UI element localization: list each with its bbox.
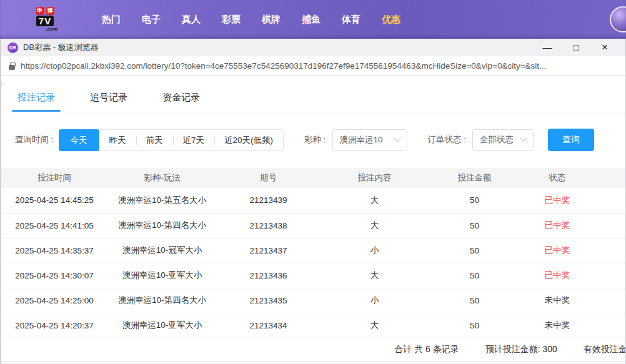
- maximize-icon[interactable]: □: [562, 39, 590, 56]
- cell-game-play: 澳洲幸运10-亚军大小: [107, 313, 217, 338]
- cell-issue: 21213439: [217, 188, 320, 213]
- col-issue: 期号: [217, 168, 320, 188]
- chevron-down-icon: [394, 135, 400, 142]
- cell-status: 已中奖: [520, 238, 595, 263]
- time-filter-option[interactable]: 近7天: [173, 130, 215, 150]
- order-status-select[interactable]: 全部状态: [472, 129, 534, 151]
- logo-domain: .com: [46, 26, 57, 32]
- logo-badges: 申 博: [36, 7, 54, 15]
- table-row: 2025-04-25 14:45:25 澳洲幸运10-第五名大小 2121343…: [1, 188, 625, 213]
- cell-bet-content: 小: [320, 288, 429, 313]
- cell-bet-time: 2025-04-25 14:41:05: [1, 213, 107, 238]
- chevron-down-icon: [520, 135, 527, 142]
- cell-issue: 21213435: [217, 288, 320, 313]
- nav-item[interactable]: 体育: [331, 14, 371, 26]
- cell-bet-amount: 50: [429, 263, 520, 288]
- time-filter-option[interactable]: 近20天(低频): [214, 130, 283, 150]
- order-status-value: 全部状态: [480, 134, 514, 145]
- nav-item[interactable]: 优惠: [371, 14, 411, 26]
- cell-bet-amount: 50: [429, 188, 520, 213]
- table-row: 2025-04-25 14:20:37 澳洲幸运10-亚军大小 21213434…: [1, 313, 625, 338]
- cell-issue: 21213438: [217, 213, 320, 238]
- col-status: 状态: [520, 168, 595, 188]
- bet-records-table: 投注时间 彩种-玩法 期号 投注内容 投注金额 状态 2025-04-25 14…: [1, 168, 625, 338]
- table-row: 2025-04-25 14:30:07 澳洲幸运10-亚军大小 21213436…: [1, 263, 625, 288]
- cell-bet-time: 2025-04-25 14:25:00: [1, 288, 107, 313]
- minimize-icon[interactable]: —: [533, 39, 562, 56]
- footer-expected-amount: 预计投注金额: 300: [485, 344, 557, 355]
- col-bet-content: 投注内容: [320, 168, 429, 188]
- cell-bet-amount: 50: [429, 288, 520, 313]
- cell-bet-content: 大: [320, 188, 429, 213]
- status-filter-label: 订单状态 :: [428, 134, 467, 145]
- window-controls: — □ ×: [533, 39, 619, 56]
- cell-game-play: 澳洲幸运10-第四名大小: [107, 288, 217, 313]
- close-icon[interactable]: ×: [590, 39, 619, 56]
- col-bet-time: 投注时间: [1, 168, 107, 188]
- cell-bet-amount: 50: [429, 238, 520, 263]
- site-navbar: 申 博 7V .com 热门 电子 真人 彩票 棋牌 捕鱼 体育 优惠: [0, 0, 626, 39]
- cell-status: 已中奖: [520, 188, 595, 213]
- browser-window: DB DB彩票 - 极速浏览器 — □ × https://ctop02pcal…: [0, 39, 626, 364]
- url-text[interactable]: https://ctop02pcali.2kbxi392.com/lottery…: [21, 61, 546, 71]
- cell-status: 未中奖: [520, 313, 595, 338]
- cell-game-play: 澳洲幸运10-亚军大小: [107, 263, 217, 288]
- logo-badge-shen: 申: [36, 7, 44, 15]
- lottery-select[interactable]: 澳洲幸运10: [332, 129, 407, 151]
- cell-bet-time: 2025-04-25 14:30:07: [1, 263, 107, 288]
- cell-issue: 21213436: [217, 263, 320, 288]
- nav-menu: 热门 电子 真人 彩票 棋牌 捕鱼 体育 优惠: [91, 14, 411, 26]
- records-card: 投注记录 追号记录 资金记录 查询时间 : 今天 昨天 前天: [1, 82, 625, 363]
- nav-item[interactable]: 真人: [171, 14, 211, 26]
- cell-bet-time: 2025-04-25 14:35:37: [1, 238, 107, 263]
- col-filler: [595, 168, 625, 188]
- footer-valid-amount: 有效投注金额: 300: [584, 344, 625, 355]
- time-filter-option[interactable]: 今天: [59, 129, 99, 151]
- nav-item[interactable]: 电子: [131, 14, 171, 26]
- cell-game-play: 澳洲幸运10-第四名大小: [107, 213, 217, 238]
- footer-total: 合计 共 6 条记录: [394, 344, 459, 355]
- time-filter-option[interactable]: 前天: [136, 130, 173, 150]
- time-filter-option[interactable]: 昨天: [99, 130, 136, 150]
- tab[interactable]: 追号记录: [87, 82, 130, 112]
- lottery-filter-label: 彩种 :: [304, 134, 326, 145]
- logo-badge-bo: 博: [46, 7, 54, 15]
- query-button[interactable]: 查询: [548, 129, 594, 151]
- nav-item[interactable]: 彩票: [211, 14, 251, 26]
- cell-filler: [595, 313, 625, 338]
- browser-titlebar: DB DB彩票 - 极速浏览器 — □ ×: [1, 39, 625, 56]
- col-game-play: 彩种-玩法: [107, 168, 217, 188]
- lottery-select-value: 澳洲幸运10: [340, 134, 383, 145]
- cell-filler: [595, 238, 625, 263]
- time-filter-group: 今天 昨天 前天 近7天 近20天(低频): [59, 129, 284, 151]
- cell-game-play: 澳洲幸运10-冠军大小: [107, 238, 217, 263]
- cell-status: 未中奖: [520, 288, 595, 313]
- address-bar[interactable]: https://ctop02pcali.2kbxi392.com/lottery…: [1, 56, 625, 76]
- col-bet-amount: 投注金额: [429, 168, 520, 188]
- cell-filler: [595, 188, 625, 213]
- time-filter-label: 查询时间 :: [15, 134, 54, 145]
- lock-icon: [9, 65, 15, 70]
- window-title: DB彩票 - 极速浏览器: [23, 42, 99, 53]
- tab[interactable]: 投注记录: [15, 82, 57, 112]
- page-content: 投注记录 追号记录 资金记录 查询时间 : 今天 昨天 前天: [1, 82, 625, 364]
- table-row: 2025-04-25 14:25:00 澳洲幸运10-第四名大小 2121343…: [1, 288, 625, 313]
- table-row: 2025-04-25 14:41:05 澳洲幸运10-第四名大小 2121343…: [1, 213, 625, 238]
- table-header-row: 投注时间 彩种-玩法 期号 投注内容 投注金额 状态: [1, 168, 625, 188]
- cell-issue: 21213434: [217, 313, 320, 338]
- service-avatar[interactable]: [610, 6, 626, 32]
- cell-filler: [595, 263, 625, 288]
- cell-bet-content: 大: [320, 313, 429, 338]
- cell-issue: 21213437: [217, 238, 320, 263]
- logo-brand: 7V: [36, 16, 54, 26]
- table-row: 2025-04-25 14:35:37 澳洲幸运10-冠军大小 21213437…: [1, 238, 625, 263]
- cell-bet-content: 小: [320, 238, 429, 263]
- cell-bet-time: 2025-04-25 14:45:25: [1, 188, 107, 213]
- nav-item[interactable]: 棋牌: [251, 14, 291, 26]
- tab[interactable]: 资金记录: [160, 82, 202, 112]
- filter-bar: 查询时间 : 今天 昨天 前天 近7天 近20天(低频) 彩种 :: [1, 112, 625, 151]
- nav-item[interactable]: 捕鱼: [291, 14, 331, 26]
- site-logo[interactable]: 申 博 7V .com: [32, 7, 57, 32]
- cell-bet-amount: 50: [429, 213, 520, 238]
- nav-item[interactable]: 热门: [91, 14, 131, 26]
